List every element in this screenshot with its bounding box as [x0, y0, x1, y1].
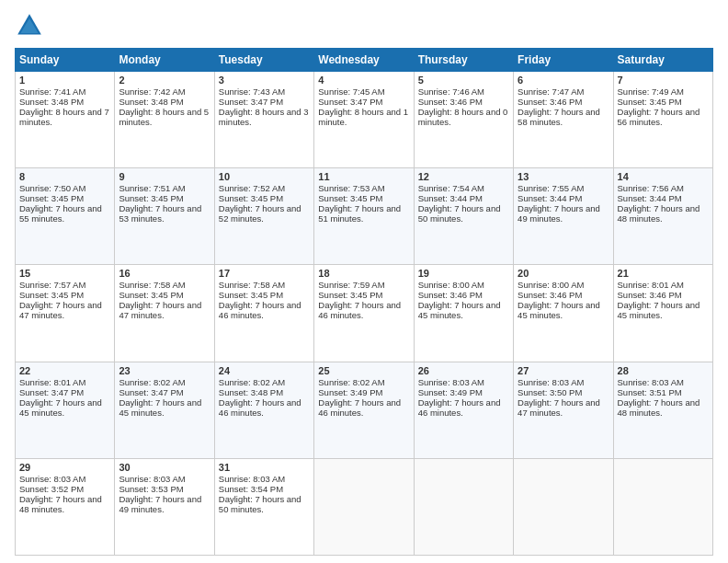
calendar-cell: 13Sunrise: 7:55 AMSunset: 3:44 PMDayligh…	[514, 168, 613, 265]
sunrise: Sunrise: 7:43 AM	[219, 86, 285, 97]
sunset: Sunset: 3:45 PM	[19, 193, 84, 203]
day-number: 16	[119, 268, 210, 279]
sunrise: Sunrise: 8:03 AM	[219, 474, 285, 484]
sunset: Sunset: 3:45 PM	[119, 290, 183, 300]
sunrise: Sunrise: 7:55 AM	[518, 183, 584, 193]
day-number: 31	[219, 462, 310, 473]
calendar-cell: 20Sunrise: 8:00 AMSunset: 3:46 PMDayligh…	[514, 265, 613, 362]
weekday-header: Saturday	[613, 49, 712, 72]
weekday-header: Wednesday	[314, 49, 414, 72]
calendar-header-row: SundayMondayTuesdayWednesdayThursdayFrid…	[16, 49, 713, 72]
sunset: Sunset: 3:45 PM	[119, 193, 183, 203]
daylight: Daylight: 7 hours and 46 minutes.	[418, 397, 501, 418]
sunrise: Sunrise: 7:57 AM	[19, 280, 85, 290]
day-number: 2	[119, 75, 210, 86]
calendar-cell: 12Sunrise: 7:54 AMSunset: 3:44 PMDayligh…	[414, 168, 513, 265]
day-number: 17	[219, 268, 310, 279]
calendar-cell: 2Sunrise: 7:42 AMSunset: 3:48 PMDaylight…	[115, 72, 214, 168]
page-header	[15, 11, 713, 40]
day-number: 29	[19, 462, 110, 473]
daylight: Daylight: 7 hours and 48 minutes.	[19, 494, 102, 514]
day-number: 28	[618, 365, 709, 376]
daylight: Daylight: 7 hours and 53 minutes.	[119, 203, 201, 224]
sunrise: Sunrise: 7:53 AM	[318, 183, 384, 193]
sunrise: Sunrise: 7:58 AM	[119, 280, 185, 290]
sunset: Sunset: 3:45 PM	[19, 290, 84, 300]
sunset: Sunset: 3:51 PM	[618, 387, 682, 397]
sunrise: Sunrise: 8:02 AM	[119, 377, 185, 387]
day-number: 7	[618, 75, 709, 86]
calendar-cell	[613, 458, 712, 555]
daylight: Daylight: 8 hours and 5 minutes.	[119, 107, 209, 127]
daylight: Daylight: 7 hours and 47 minutes.	[518, 397, 600, 418]
sunset: Sunset: 3:47 PM	[219, 97, 283, 107]
daylight: Daylight: 7 hours and 58 minutes.	[518, 107, 600, 127]
weekday-header: Thursday	[414, 49, 513, 72]
day-number: 3	[219, 75, 310, 86]
daylight: Daylight: 7 hours and 47 minutes.	[119, 300, 201, 320]
sunset: Sunset: 3:46 PM	[518, 290, 582, 300]
calendar-cell: 10Sunrise: 7:52 AMSunset: 3:45 PMDayligh…	[214, 168, 313, 265]
sunset: Sunset: 3:48 PM	[119, 97, 183, 107]
day-number: 9	[119, 171, 210, 182]
sunrise: Sunrise: 8:03 AM	[618, 377, 684, 387]
day-number: 30	[119, 462, 210, 473]
calendar-cell: 9Sunrise: 7:51 AMSunset: 3:45 PMDaylight…	[115, 168, 214, 265]
sunset: Sunset: 3:44 PM	[418, 193, 483, 203]
calendar-week-row: 29Sunrise: 8:03 AMSunset: 3:52 PMDayligh…	[16, 458, 713, 555]
daylight: Daylight: 7 hours and 45 minutes.	[418, 300, 501, 320]
sunrise: Sunrise: 7:42 AM	[119, 86, 185, 97]
sunrise: Sunrise: 8:00 AM	[518, 280, 584, 290]
calendar-week-row: 8Sunrise: 7:50 AMSunset: 3:45 PMDaylight…	[16, 168, 713, 265]
sunrise: Sunrise: 8:03 AM	[418, 377, 484, 387]
sunset: Sunset: 3:50 PM	[518, 387, 582, 397]
calendar-cell	[414, 458, 513, 555]
daylight: Daylight: 8 hours and 1 minute.	[318, 107, 408, 127]
sunset: Sunset: 3:45 PM	[318, 290, 382, 300]
day-number: 24	[219, 365, 310, 376]
calendar-cell: 15Sunrise: 7:57 AMSunset: 3:45 PMDayligh…	[16, 265, 115, 362]
day-number: 25	[318, 365, 409, 376]
sunrise: Sunrise: 7:59 AM	[318, 280, 384, 290]
sunrise: Sunrise: 8:03 AM	[19, 474, 85, 484]
calendar-cell: 30Sunrise: 8:03 AMSunset: 3:53 PMDayligh…	[115, 458, 214, 555]
sunset: Sunset: 3:46 PM	[418, 97, 483, 107]
sunset: Sunset: 3:45 PM	[219, 290, 283, 300]
sunset: Sunset: 3:45 PM	[219, 193, 283, 203]
calendar-cell: 3Sunrise: 7:43 AMSunset: 3:47 PMDaylight…	[214, 72, 313, 168]
weekday-header: Sunday	[16, 49, 115, 72]
calendar-table: SundayMondayTuesdayWednesdayThursdayFrid…	[15, 48, 713, 556]
sunrise: Sunrise: 8:02 AM	[219, 377, 285, 387]
day-number: 11	[318, 171, 409, 182]
sunrise: Sunrise: 7:58 AM	[219, 280, 285, 290]
weekday-header: Friday	[514, 49, 613, 72]
sunrise: Sunrise: 7:46 AM	[418, 86, 484, 97]
daylight: Daylight: 8 hours and 7 minutes.	[19, 107, 109, 127]
day-number: 13	[518, 171, 609, 182]
daylight: Daylight: 8 hours and 0 minutes.	[418, 107, 508, 127]
day-number: 20	[518, 268, 609, 279]
calendar-cell	[314, 458, 414, 555]
calendar-cell: 29Sunrise: 8:03 AMSunset: 3:52 PMDayligh…	[16, 458, 115, 555]
calendar-cell: 26Sunrise: 8:03 AMSunset: 3:49 PMDayligh…	[414, 362, 513, 458]
calendar-cell: 18Sunrise: 7:59 AMSunset: 3:45 PMDayligh…	[314, 265, 414, 362]
sunset: Sunset: 3:44 PM	[518, 193, 582, 203]
sunset: Sunset: 3:45 PM	[318, 193, 382, 203]
sunset: Sunset: 3:46 PM	[418, 290, 483, 300]
daylight: Daylight: 7 hours and 49 minutes.	[119, 494, 201, 514]
sunrise: Sunrise: 7:54 AM	[418, 183, 484, 193]
weekday-header: Monday	[115, 49, 214, 72]
day-number: 4	[318, 75, 409, 86]
daylight: Daylight: 7 hours and 45 minutes.	[19, 397, 102, 418]
daylight: Daylight: 7 hours and 50 minutes.	[219, 494, 301, 514]
daylight: Daylight: 7 hours and 45 minutes.	[618, 300, 700, 320]
calendar-week-row: 22Sunrise: 8:01 AMSunset: 3:47 PMDayligh…	[16, 362, 713, 458]
calendar-page: SundayMondayTuesdayWednesdayThursdayFrid…	[0, 0, 728, 563]
daylight: Daylight: 7 hours and 50 minutes.	[418, 203, 501, 224]
calendar-cell: 4Sunrise: 7:45 AMSunset: 3:47 PMDaylight…	[314, 72, 414, 168]
calendar-cell: 23Sunrise: 8:02 AMSunset: 3:47 PMDayligh…	[115, 362, 214, 458]
daylight: Daylight: 7 hours and 49 minutes.	[518, 203, 600, 224]
day-number: 21	[618, 268, 709, 279]
calendar-cell: 22Sunrise: 8:01 AMSunset: 3:47 PMDayligh…	[16, 362, 115, 458]
daylight: Daylight: 7 hours and 47 minutes.	[19, 300, 102, 320]
